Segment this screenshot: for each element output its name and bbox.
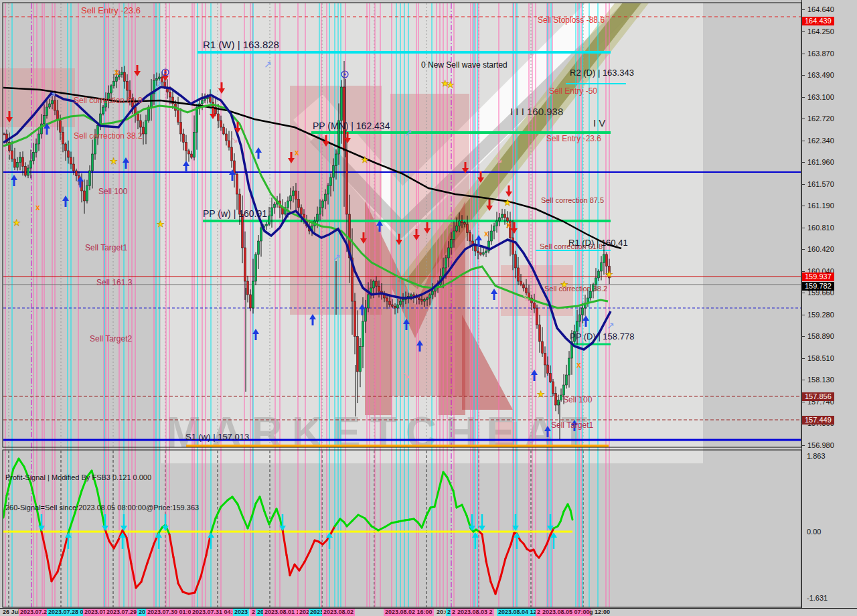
time-label: 2023.07: [83, 609, 108, 616]
price-tick: 162.720: [807, 114, 834, 123]
star-icon: ★: [447, 80, 455, 90]
x-mark-icon: x: [114, 68, 119, 77]
star-icon: ★: [13, 218, 21, 228]
price-badge: 157.856: [802, 392, 834, 401]
time-axis[interactable]: 26 Jul 22023.07.272023.07.28 03:2023.072…: [0, 608, 857, 616]
time-label: 2023.08.02: [322, 609, 355, 616]
price-tick: 158.130: [807, 376, 834, 384]
outline-down-arrow-icon: ↘: [4, 146, 12, 157]
price-tick: 163.490: [807, 71, 834, 79]
price-tick: 164.250: [807, 27, 834, 35]
price-badge: 159.782: [802, 282, 834, 291]
outline-up-arrow-icon: ↗: [404, 127, 412, 138]
outline-up-arrow-icon: ↗: [333, 252, 341, 262]
oscillator-tick: -1.631: [807, 594, 828, 602]
x-mark-icon: x: [484, 229, 489, 238]
price-tick: 162.340: [807, 137, 834, 145]
outline-down-arrow-icon: ↘: [495, 154, 503, 165]
indicator-title: Profit-Signal | Modified By FSB3 0.121 0…: [5, 473, 199, 483]
price-tick: 156.980: [807, 441, 834, 449]
outline-down-arrow-icon: ↘: [402, 370, 410, 380]
outline-up-arrow-icon: ↗: [607, 320, 615, 331]
price-badge: 157.449: [802, 416, 834, 425]
star-icon: ★: [537, 389, 545, 399]
price-badge: 164.439: [802, 17, 834, 25]
price-tick: 164.640: [807, 5, 834, 13]
outline-down-arrow-icon: ↘: [522, 292, 530, 303]
oscillator-tick: 0.00: [807, 528, 821, 536]
price-tick: 161.190: [807, 202, 834, 210]
price-tick: 158.510: [807, 354, 834, 362]
time-label: 2023: [233, 609, 249, 616]
star-icon: ★: [361, 155, 369, 165]
outline-up-arrow-icon: ↗: [155, 79, 163, 90]
x-mark-icon: x: [35, 203, 40, 212]
trading-terminal-window: XMRUSD,H1 159.880 159.953 159.782 159.78…: [0, 0, 857, 616]
star-icon: ★: [157, 219, 165, 229]
star-icon: ★: [560, 279, 568, 289]
price-tick: 159.280: [807, 311, 834, 319]
star-icon: ★: [110, 156, 118, 166]
time-label: 2023.08.05 07:00: [541, 609, 591, 616]
time-label: 2023.07.30 01:00: [146, 609, 196, 616]
price-tick: 160.810: [807, 224, 834, 232]
price-tick: 160.420: [807, 245, 834, 253]
price-axis[interactable]: 164.640164.250163.870163.490163.100162.7…: [801, 0, 857, 608]
price-tick: 161.570: [807, 180, 834, 188]
star-icon: ★: [605, 269, 613, 279]
time-label: 2023.08.04 12: [497, 609, 538, 616]
indicator-panel-header: Profit-Signal | Modified By FSB3 0.121 0…: [5, 453, 199, 533]
time-label: g 12:00: [588, 609, 611, 616]
price-badge: 159.937: [802, 273, 834, 281]
time-label: 2023.08.02 16:00: [384, 609, 434, 616]
price-tick: 163.100: [807, 93, 834, 101]
indicator-signal-status: 260-Signal=Sell since:2023.08.05 08:00:0…: [5, 503, 199, 513]
time-label: 20: [137, 609, 147, 616]
outline-up-arrow-icon: ↗: [264, 59, 272, 70]
star-icon: ★: [503, 198, 512, 208]
x-mark-icon: x: [295, 148, 299, 157]
x-mark-icon: x: [506, 220, 511, 230]
time-label: 2023.08.03 2: [456, 609, 494, 616]
outline-down-arrow-icon: ↘: [230, 134, 238, 145]
price-tick: 158.890: [807, 332, 834, 340]
outline-up-arrow-icon: ↗: [48, 90, 56, 100]
x-mark-icon: x: [576, 360, 581, 370]
price-tick: 161.960: [807, 158, 834, 166]
oscillator-tick: 1.863: [807, 452, 826, 460]
price-tick: 163.870: [807, 50, 834, 58]
